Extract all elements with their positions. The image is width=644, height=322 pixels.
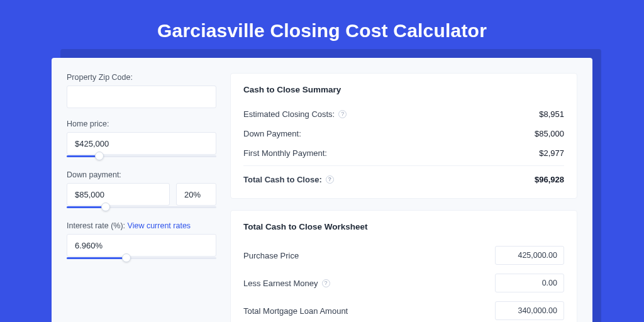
down-payment-field-group: Down payment: bbox=[67, 170, 216, 210]
worksheet-heading: Total Cash to Close Worksheet bbox=[243, 222, 564, 231]
zip-label: Property Zip Code: bbox=[67, 73, 216, 82]
summary-row-label: First Monthly Payment: bbox=[243, 148, 327, 158]
summary-row-value: $85,000 bbox=[535, 129, 564, 138]
worksheet-row-label-text: Less Earnest Money bbox=[243, 279, 318, 288]
worksheet-row-label: Total Mortgage Loan Amount bbox=[243, 306, 348, 316]
view-rates-link[interactable]: View current rates bbox=[128, 221, 191, 230]
summary-row-label: Down Payment: bbox=[243, 129, 301, 138]
summary-row: First Monthly Payment: $2,977 bbox=[243, 143, 564, 163]
zip-input[interactable] bbox=[67, 86, 216, 108]
summary-row-value: $8,951 bbox=[539, 109, 564, 119]
help-icon[interactable]: ? bbox=[322, 279, 330, 287]
summary-card: Cash to Close Summary Estimated Closing … bbox=[230, 73, 577, 199]
zip-field-group: Property Zip Code: bbox=[67, 73, 216, 108]
interest-rate-label: Interest rate (%): View current rates bbox=[67, 221, 216, 230]
down-payment-pct-input[interactable] bbox=[176, 183, 216, 206]
slider-thumb[interactable] bbox=[101, 203, 110, 211]
summary-total-label-text: Total Cash to Close: bbox=[243, 175, 322, 184]
home-price-field-group: Home price: bbox=[67, 119, 216, 159]
down-payment-amount-input[interactable] bbox=[67, 183, 170, 206]
home-price-slider[interactable] bbox=[67, 154, 216, 159]
calculator-panel: Property Zip Code: Home price: Down paym… bbox=[52, 58, 592, 322]
down-payment-slider[interactable] bbox=[67, 205, 216, 210]
summary-total-value: $96,928 bbox=[535, 175, 564, 184]
summary-total-label: Total Cash to Close: ? bbox=[243, 175, 334, 184]
worksheet-row-label: Purchase Price bbox=[243, 251, 299, 260]
down-payment-row bbox=[67, 183, 216, 206]
summary-row-label: Estimated Closing Costs: ? bbox=[243, 109, 347, 119]
summary-row: Estimated Closing Costs: ? $8,951 bbox=[243, 104, 564, 124]
inputs-column: Property Zip Code: Home price: Down paym… bbox=[67, 73, 216, 322]
purchase-price-input[interactable] bbox=[495, 246, 564, 265]
calculator-container: Property Zip Code: Home price: Down paym… bbox=[52, 58, 592, 322]
worksheet-card: Total Cash to Close Worksheet Purchase P… bbox=[230, 210, 577, 322]
interest-rate-slider[interactable] bbox=[67, 256, 216, 261]
results-column: Cash to Close Summary Estimated Closing … bbox=[230, 73, 577, 322]
summary-row-value: $2,977 bbox=[539, 148, 564, 158]
mortgage-loan-input[interactable] bbox=[495, 301, 564, 320]
slider-thumb[interactable] bbox=[95, 152, 104, 160]
help-icon[interactable]: ? bbox=[326, 175, 334, 184]
earnest-money-input[interactable] bbox=[495, 274, 564, 292]
worksheet-row: Less Earnest Money ? bbox=[243, 269, 564, 297]
home-price-input[interactable] bbox=[67, 132, 216, 155]
worksheet-row-label: Less Earnest Money ? bbox=[243, 279, 330, 288]
summary-heading: Cash to Close Summary bbox=[243, 85, 564, 94]
interest-rate-input[interactable] bbox=[67, 234, 216, 257]
help-icon[interactable]: ? bbox=[338, 110, 347, 118]
worksheet-row: Total Mortgage Loan Amount bbox=[243, 297, 564, 322]
worksheet-row-label-text: Total Mortgage Loan Amount bbox=[243, 306, 348, 316]
summary-row-label-text: Estimated Closing Costs: bbox=[243, 109, 335, 119]
interest-rate-label-text: Interest rate (%): bbox=[67, 221, 125, 230]
worksheet-row: Purchase Price bbox=[243, 242, 564, 269]
worksheet-row-label-text: Purchase Price bbox=[243, 251, 299, 260]
summary-row: Down Payment: $85,000 bbox=[243, 124, 564, 143]
interest-rate-field-group: Interest rate (%): View current rates bbox=[67, 221, 216, 261]
slider-fill bbox=[67, 257, 126, 259]
summary-row-label-text: First Monthly Payment: bbox=[243, 148, 327, 158]
home-price-label: Home price: bbox=[67, 119, 216, 128]
summary-total-row: Total Cash to Close: ? $96,928 bbox=[243, 165, 564, 189]
summary-row-label-text: Down Payment: bbox=[243, 129, 301, 138]
slider-fill bbox=[67, 206, 106, 208]
down-payment-label: Down payment: bbox=[67, 170, 216, 179]
slider-thumb[interactable] bbox=[122, 253, 131, 262]
